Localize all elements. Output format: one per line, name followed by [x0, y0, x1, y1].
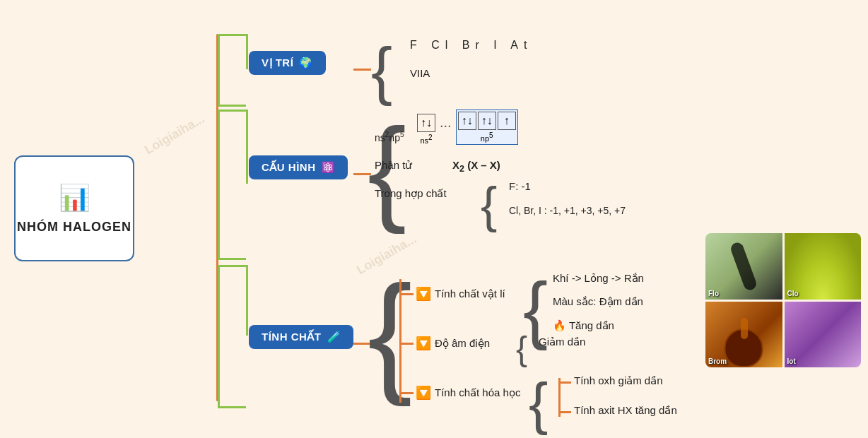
iot-label: Iot: [787, 357, 796, 365]
curly-doamdien: {: [516, 332, 527, 366]
flask-icon: 🧪: [327, 331, 341, 343]
orbital-formula: ns2np5: [375, 131, 404, 143]
down-arrow-3: 🔽: [416, 385, 431, 401]
atom-icon: ⚛️: [322, 161, 336, 174]
tinhaxit: Tính axit HX tăng dần: [574, 404, 677, 417]
orbital-np5-label: np5: [481, 131, 493, 143]
bracket-vitri-top: [218, 34, 246, 36]
flo-label: Flo: [708, 290, 719, 297]
orbital-cell-np5-3: ↑: [498, 112, 516, 130]
left-card: 📊 NHÓM HALOGEN: [14, 155, 134, 261]
orbital-ns2: ↑↓ ns2: [417, 114, 435, 145]
watermark-1: Loigiaiha...: [142, 112, 207, 158]
khilonran: Khí -> Lỏng -> Rắn: [553, 272, 644, 285]
cauhinh-label: CẤU HÌNH ⚛️: [249, 155, 348, 179]
giamdan: Giảm dần: [539, 336, 585, 348]
orbital-np5-cells: ↑↓ ↑↓ ↑: [458, 112, 516, 130]
brom-label: Brom: [708, 357, 727, 365]
tangdan: 🔥 Tăng dần: [553, 319, 614, 332]
presentation-icon: 📊: [59, 183, 90, 213]
images-area: Flo Clo Brom Iot: [705, 233, 861, 367]
hline-branch1: [399, 293, 414, 295]
bracket-vitri-v: [218, 34, 220, 105]
mausac: Màu sắc: Đậm dần: [553, 295, 643, 308]
orbital-np5-box: ↑↓ ↑↓ ↑ np5: [456, 110, 518, 145]
bracket-cauhinh-right: [246, 110, 248, 184]
hline-branch3: [399, 392, 414, 394]
bracket-tinhchat-bot: [218, 406, 246, 408]
brom-pour: [741, 318, 748, 339]
vitri-elements: F Cl Br I At: [410, 39, 532, 52]
hline-vitri: [353, 69, 371, 71]
curly-tinhchat: {: [368, 265, 412, 399]
orbital-cell-ns2: ↑↓: [417, 114, 435, 132]
down-arrow-2: 🔽: [416, 336, 431, 351]
phantu-bond: (X – X): [467, 159, 500, 171]
hline-branch2: [399, 343, 414, 345]
branch1-vitili: 🔽 Tính chất vật lí: [416, 286, 505, 302]
bracket-vitri-right: [246, 34, 248, 69]
clBrI-value: Cl, Br, I : -1, +1, +3, +5, +7: [509, 205, 626, 216]
vitri-group: VIIA: [410, 67, 430, 79]
bracket-tinhchat-top: [218, 265, 246, 267]
branch3-hoahoc: 🔽 Tính chất hóa học: [416, 385, 520, 401]
f-value: F: -1: [509, 180, 531, 192]
bracket-cauhinh-bot: [218, 258, 246, 260]
orbital-cell-np5-2: ↑↓: [478, 112, 496, 130]
curly-vitri: {: [371, 39, 392, 102]
hline-axit: [558, 411, 571, 413]
tronghopChat-label: Trong hợp chất: [375, 187, 447, 200]
branch1-label: Tính chất vật lí: [435, 288, 505, 300]
clo-label: Clo: [787, 290, 799, 297]
curly-hoahoc: {: [529, 374, 548, 432]
orbital-ns2-label: ns2: [420, 134, 432, 145]
orbital-np5: ↑↓ ↑↓ ↑ np5: [458, 112, 516, 143]
orbital-cell-np5-1: ↑↓: [458, 112, 476, 130]
flo-tube: [729, 241, 758, 292]
bracket-cauhinh-v: [218, 110, 220, 258]
tinhchat-text: TÍNH CHẤT: [262, 331, 322, 343]
branch3-label: Tính chất hóa học: [435, 386, 520, 399]
orbital-area: ↑↓ ns2 ··· ↑↓ ↑↓ ↑ np5: [417, 110, 518, 145]
bracket-cauhinh-top: [218, 110, 246, 112]
tinhchat-label: TÍNH CHẤT 🧪: [249, 325, 353, 349]
vitri-label: VỊ TRÍ 🌍: [249, 51, 326, 75]
bracket-tinhchat-v: [218, 265, 220, 406]
page: Loigiaiha... Loigiaiha... 📊 NHÓM HALOGEN…: [0, 0, 868, 438]
card-title: NHÓM HALOGEN: [17, 220, 131, 235]
curly-hopChat: {: [481, 180, 497, 230]
bracket-tinhchat-right: [246, 265, 248, 336]
hline-oxh: [558, 381, 571, 384]
cauhinh-text: CẤU HÌNH: [262, 161, 316, 174]
orbital-ns2-cells: ↑↓: [417, 114, 435, 132]
img-brom: Brom: [705, 302, 782, 368]
phantu-formula: X2 (X – X): [452, 159, 500, 174]
img-iot: Iot: [785, 302, 862, 368]
phantu-label: Phân tử: [375, 159, 412, 172]
globe-icon: 🌍: [299, 57, 313, 69]
vline-tinhchat: [399, 279, 401, 403]
dots-separator: ···: [440, 117, 452, 134]
down-arrow-1: 🔽: [416, 286, 431, 302]
vitri-text: VỊ TRÍ: [262, 57, 293, 69]
img-clo: Clo: [785, 233, 862, 300]
tinhoxh: Tính oxh giảm dần: [574, 374, 663, 387]
img-flo: Flo: [705, 233, 782, 300]
branch2-label: Độ âm điện: [435, 337, 490, 350]
bracket-vitri-bot: [218, 105, 246, 107]
branch2-doamdien: 🔽 Độ âm điện: [416, 336, 490, 351]
